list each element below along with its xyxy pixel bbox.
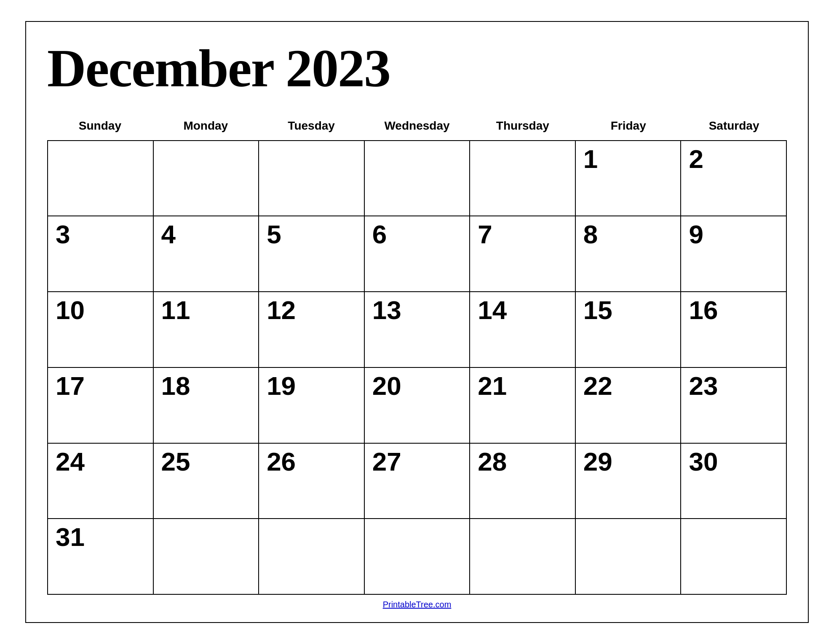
day-number: 7 xyxy=(478,221,492,247)
calendar-day-22: 22 xyxy=(576,368,682,444)
day-number: 19 xyxy=(267,373,296,399)
day-header-monday: Monday xyxy=(153,115,259,137)
day-number: 1 xyxy=(583,146,598,172)
day-number: 15 xyxy=(583,297,612,323)
calendar-cell-empty xyxy=(154,141,259,217)
calendar-cell-empty xyxy=(681,519,787,595)
calendar-cell-empty xyxy=(470,141,576,217)
calendar-day-21: 21 xyxy=(470,368,576,444)
calendar-cell-empty xyxy=(470,519,576,595)
calendar-day-1: 1 xyxy=(576,141,682,217)
day-header-thursday: Thursday xyxy=(470,115,575,137)
day-header-friday: Friday xyxy=(575,115,681,137)
day-number: 16 xyxy=(689,297,718,323)
day-number: 20 xyxy=(372,373,401,399)
day-number: 25 xyxy=(161,449,190,475)
calendar-day-13: 13 xyxy=(365,292,470,368)
calendar-day-29: 29 xyxy=(576,444,682,519)
calendar-day-2: 2 xyxy=(681,141,787,217)
day-number: 30 xyxy=(689,449,718,475)
day-header-sunday: Sunday xyxy=(47,115,153,137)
calendar-day-19: 19 xyxy=(259,368,365,444)
day-number: 17 xyxy=(56,373,85,399)
calendar-day-18: 18 xyxy=(154,368,259,444)
day-number: 14 xyxy=(478,297,507,323)
calendar-day-20: 20 xyxy=(365,368,470,444)
calendar-day-7: 7 xyxy=(470,216,576,292)
day-headers: SundayMondayTuesdayWednesdayThursdayFrid… xyxy=(47,115,787,137)
calendar-grid: 1234567891011121314151617181920212223242… xyxy=(47,140,787,595)
day-number: 6 xyxy=(372,221,387,247)
calendar-day-25: 25 xyxy=(154,444,259,519)
calendar-cell-empty xyxy=(259,141,365,217)
day-number: 31 xyxy=(56,524,85,550)
day-number: 23 xyxy=(689,373,718,399)
calendar-day-14: 14 xyxy=(470,292,576,368)
calendar-cell-empty xyxy=(365,141,470,217)
calendar-day-24: 24 xyxy=(48,444,154,519)
day-number: 22 xyxy=(583,373,612,399)
day-number: 4 xyxy=(161,221,176,247)
day-number: 18 xyxy=(161,373,190,399)
day-number: 11 xyxy=(161,297,190,323)
calendar-day-26: 26 xyxy=(259,444,365,519)
calendar-title: December 2023 xyxy=(47,39,787,98)
day-number: 10 xyxy=(56,297,85,323)
calendar-day-5: 5 xyxy=(259,216,365,292)
day-number: 5 xyxy=(267,221,281,247)
calendar-day-3: 3 xyxy=(48,216,154,292)
calendar-day-9: 9 xyxy=(681,216,787,292)
day-header-tuesday: Tuesday xyxy=(259,115,364,137)
calendar-day-30: 30 xyxy=(681,444,787,519)
calendar-day-4: 4 xyxy=(154,216,259,292)
day-number: 29 xyxy=(583,449,612,475)
calendar-day-31: 31 xyxy=(48,519,154,595)
day-header-saturday: Saturday xyxy=(681,115,787,137)
calendar-day-16: 16 xyxy=(681,292,787,368)
footer: PrintableTree.com xyxy=(47,600,787,609)
calendar-day-8: 8 xyxy=(576,216,682,292)
day-number: 26 xyxy=(267,449,296,475)
day-number: 24 xyxy=(56,449,85,475)
calendar-day-28: 28 xyxy=(470,444,576,519)
calendar-cell-empty xyxy=(259,519,365,595)
day-number: 3 xyxy=(56,221,70,247)
calendar-cell-empty xyxy=(576,519,682,595)
footer-link[interactable]: PrintableTree.com xyxy=(383,600,452,609)
calendar-day-12: 12 xyxy=(259,292,365,368)
day-number: 28 xyxy=(478,449,507,475)
calendar-day-15: 15 xyxy=(576,292,682,368)
calendar-day-10: 10 xyxy=(48,292,154,368)
calendar-day-6: 6 xyxy=(365,216,470,292)
calendar-cell-empty xyxy=(48,141,154,217)
calendar-day-23: 23 xyxy=(681,368,787,444)
day-number: 27 xyxy=(372,449,401,475)
day-number: 21 xyxy=(478,373,507,399)
day-number: 13 xyxy=(372,297,401,323)
day-number: 8 xyxy=(583,221,598,247)
calendar-day-11: 11 xyxy=(154,292,259,368)
calendar-day-17: 17 xyxy=(48,368,154,444)
calendar-day-27: 27 xyxy=(365,444,470,519)
calendar-cell-empty xyxy=(365,519,470,595)
day-header-wednesday: Wednesday xyxy=(364,115,470,137)
day-number: 2 xyxy=(689,146,703,172)
day-number: 9 xyxy=(689,221,703,247)
calendar-cell-empty xyxy=(154,519,259,595)
calendar-container: December 2023 SundayMondayTuesdayWednesd… xyxy=(25,21,809,623)
day-number: 12 xyxy=(267,297,296,323)
